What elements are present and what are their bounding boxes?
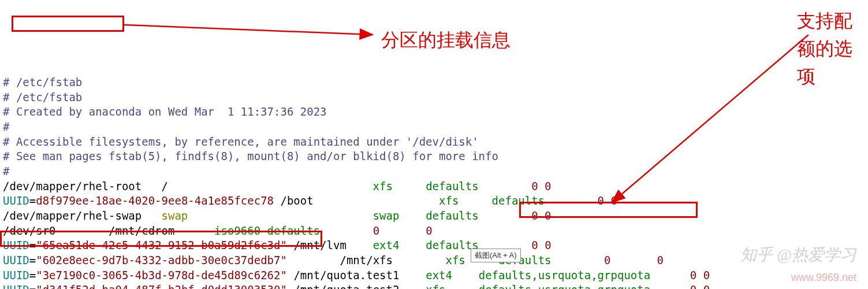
fstab-pass: 0: [545, 180, 551, 192]
fstab-fs: ext4: [373, 239, 400, 251]
fstab-mount: /mnt/cdrom: [109, 224, 174, 237]
fstab-uuid-key: UUID: [3, 254, 29, 266]
fstab-opts: defaults: [426, 209, 479, 222]
fstab-device: /dev/mapper/rhel-swap: [3, 209, 141, 222]
fstab-device: /dev/mapper/rhel-root: [3, 180, 141, 192]
fstab-fs: ext4: [426, 269, 452, 281]
fstab-uuid-key: UUID: [3, 239, 29, 251]
fstab-mount: /boot: [280, 194, 313, 207]
quote: ": [280, 254, 286, 266]
fstab-mount: /mnt/quota.test2: [293, 283, 399, 289]
fstab-fs: xfs: [445, 254, 465, 266]
fstab-pass: 0: [611, 194, 617, 207]
fstab-opts: defaults,usrquota,grpquota: [479, 269, 650, 281]
fstab-uuid: d341f52d-ba04-487f-b2bf-d0dd13003530: [43, 283, 281, 289]
equals: =: [29, 269, 36, 281]
fstab-mount: /mnt/lvm: [293, 239, 347, 251]
comment-line: # Accessible filesystems, by reference, …: [3, 135, 479, 148]
watermark-site: www.9969.net: [791, 271, 856, 284]
fstab-mount: /: [162, 180, 168, 192]
fstab-fs: iso9660: [214, 224, 260, 237]
fstab-opts: defaults: [426, 180, 479, 192]
fstab-dump: 0: [531, 209, 538, 222]
highlight-fstab-path: [12, 16, 124, 32]
fstab-fs: swap: [373, 209, 400, 222]
equals: =: [29, 283, 36, 289]
fstab-device: /dev/sr0: [3, 224, 56, 237]
fstab-editor[interactable]: # /etc/fstab # /etc/fstab # Created by a…: [0, 60, 868, 289]
screenshot-tooltip: 截图(Alt + A): [471, 249, 521, 262]
quote: ": [36, 283, 42, 289]
arrow-mount-info: [124, 20, 378, 43]
quote: ": [280, 283, 286, 289]
fstab-pass: 0: [426, 224, 432, 237]
fstab-dump: 0: [604, 254, 610, 266]
equals: =: [29, 254, 36, 266]
fstab-pass: 0: [545, 209, 551, 222]
comment-line: #: [3, 165, 9, 177]
fstab-mount: /mnt/xfs: [340, 254, 393, 266]
fstab-fs: xfs: [373, 180, 393, 192]
fstab-dump: 0: [690, 269, 696, 281]
fstab-opts: defaults,usrquota,grpquota: [479, 283, 650, 289]
fstab-uuid: d8f979ee-18ae-4020-9ee8-4a1e85fcec78: [36, 194, 274, 207]
fstab-opts: defaults: [267, 224, 321, 237]
annotation-line: 项: [797, 66, 815, 87]
comment-line: # See man pages fstab(5), findfs(8), mou…: [3, 150, 498, 162]
quote: ": [36, 239, 42, 251]
fstab-fs: xfs: [426, 283, 445, 289]
equals: =: [29, 239, 36, 251]
fstab-uuid-key: UUID: [3, 194, 29, 207]
fstab-pass: 0: [703, 269, 710, 281]
fstab-dump: 0: [531, 239, 538, 251]
watermark-zhihu: 知乎 @热爱学习: [740, 244, 856, 266]
fstab-fs: xfs: [439, 194, 459, 207]
fstab-opts: defaults: [492, 194, 545, 207]
fstab-uuid: 3e7190c0-3065-4b3d-978d-de45d89c6262: [43, 269, 281, 281]
fstab-pass: 0: [657, 254, 664, 266]
quote: ": [280, 269, 286, 281]
comment-line: #: [3, 120, 9, 133]
annotation-quota-opts: 支持配 额的选 项: [797, 7, 852, 90]
fstab-uuid: 65ea51de-42c5-4432-9152-b0a59d2f6c3d: [43, 239, 281, 251]
fstab-dump: 0: [598, 194, 604, 207]
fstab-mount: swap: [162, 209, 188, 222]
fstab-uuid-key: UUID: [3, 269, 29, 281]
comment-line: # /etc/fstab: [3, 91, 82, 103]
annotation-line: 额的选: [797, 38, 852, 59]
fstab-pass: 0: [703, 283, 710, 289]
quote: ": [280, 239, 286, 251]
fstab-dump: 0: [531, 180, 538, 192]
fstab-pass: 0: [545, 239, 551, 251]
fstab-mount: /mnt/quota.test1: [293, 269, 399, 281]
annotation-line: 支持配: [797, 10, 852, 31]
quote: ": [36, 269, 42, 281]
comment-line: # /etc/fstab: [3, 76, 82, 88]
fstab-dump: 0: [373, 224, 379, 237]
fstab-uuid-key: UUID: [3, 283, 29, 289]
equals: =: [29, 194, 36, 207]
comment-line: # Created by anaconda on Wed Mar 1 11:37…: [3, 105, 327, 118]
quote: ": [36, 254, 42, 266]
svg-line-1: [124, 25, 372, 35]
annotation-mount-info: 分区的挂载信息: [381, 26, 511, 54]
fstab-dump: 0: [690, 283, 696, 289]
fstab-uuid: 602e8eec-9d7b-4332-adbb-30e0c37dedb7: [43, 254, 281, 266]
